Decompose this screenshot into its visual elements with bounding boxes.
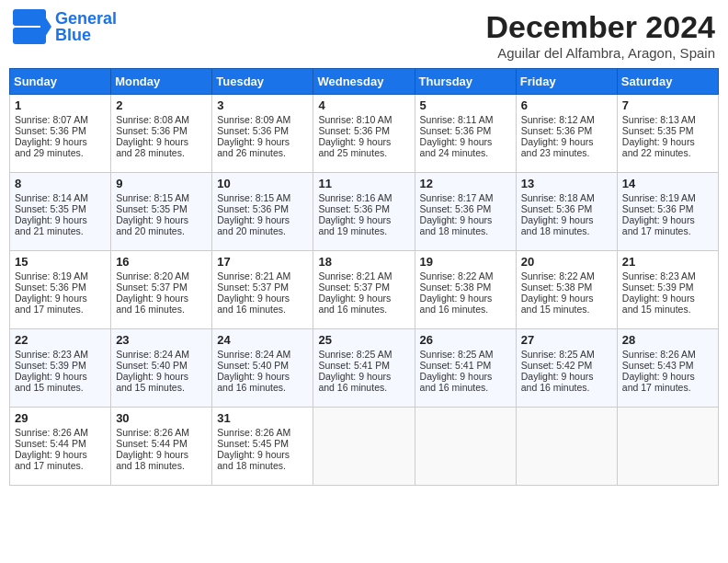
day-info-line: Sunrise: 8:21 AM xyxy=(217,270,308,282)
day-number: 12 xyxy=(420,177,511,190)
day-info-line: and 17 minutes. xyxy=(622,382,713,393)
calendar-cell: 1Sunrise: 8:07 AMSunset: 5:36 PMDaylight… xyxy=(10,95,111,173)
day-info-line: and 18 minutes. xyxy=(420,225,511,236)
calendar-cell: 7Sunrise: 8:13 AMSunset: 5:35 PMDaylight… xyxy=(617,95,718,173)
day-info-line: Daylight: 9 hours xyxy=(420,293,511,304)
calendar-cell: 31Sunrise: 8:26 AMSunset: 5:45 PMDayligh… xyxy=(212,408,313,486)
day-info-line: Sunrise: 8:24 AM xyxy=(217,349,308,360)
day-info-line: Sunset: 5:39 PM xyxy=(15,360,106,371)
day-info-line: Sunrise: 8:11 AM xyxy=(420,114,511,125)
day-info-line: Daylight: 9 hours xyxy=(420,214,511,225)
day-info-line: Sunrise: 8:23 AM xyxy=(15,349,106,360)
calendar-week-5: 29Sunrise: 8:26 AMSunset: 5:44 PMDayligh… xyxy=(10,408,719,486)
day-info-line: Sunrise: 8:26 AM xyxy=(622,349,713,360)
logo-blue-text: Blue xyxy=(55,27,117,43)
calendar-cell: 20Sunrise: 8:22 AMSunset: 5:38 PMDayligh… xyxy=(516,251,617,329)
day-number: 16 xyxy=(116,255,207,269)
day-info-line: and 20 minutes. xyxy=(116,225,207,236)
calendar-cell: 28Sunrise: 8:26 AMSunset: 5:43 PMDayligh… xyxy=(617,329,718,408)
day-number: 22 xyxy=(15,333,106,347)
day-number: 13 xyxy=(521,177,612,190)
day-info-line: Sunset: 5:38 PM xyxy=(521,282,612,293)
day-info-line: Daylight: 9 hours xyxy=(318,136,409,147)
calendar-week-1: 1Sunrise: 8:07 AMSunset: 5:36 PMDaylight… xyxy=(10,95,719,173)
day-info-line: Daylight: 9 hours xyxy=(217,371,308,382)
day-info-line: and 18 minutes. xyxy=(217,460,308,471)
day-info-line: Daylight: 9 hours xyxy=(15,293,106,304)
day-info-line: and 23 minutes. xyxy=(521,147,612,158)
day-info-line: Daylight: 9 hours xyxy=(420,136,511,147)
calendar-cell: 6Sunrise: 8:12 AMSunset: 5:36 PMDaylight… xyxy=(516,95,617,173)
day-info-line: Sunrise: 8:20 AM xyxy=(116,270,207,282)
day-info-line: Daylight: 9 hours xyxy=(15,371,106,382)
day-info-line: Sunset: 5:36 PM xyxy=(15,125,106,136)
day-info-line: Sunrise: 8:15 AM xyxy=(217,192,308,203)
calendar-cell: 30Sunrise: 8:26 AMSunset: 5:44 PMDayligh… xyxy=(111,408,212,486)
day-info-line: Daylight: 9 hours xyxy=(521,214,612,225)
day-number: 6 xyxy=(521,98,612,112)
title-area: December 2024 Aguilar del Alfambra, Arag… xyxy=(485,9,715,61)
day-info-line: Sunrise: 8:26 AM xyxy=(116,427,207,438)
day-info-line: Sunset: 5:42 PM xyxy=(521,360,612,371)
day-number: 31 xyxy=(217,411,308,425)
day-info-line: Daylight: 9 hours xyxy=(318,371,409,382)
day-info-line: Sunrise: 8:22 AM xyxy=(420,270,511,282)
day-info-line: and 18 minutes. xyxy=(116,460,207,471)
day-info-line: Sunset: 5:35 PM xyxy=(116,203,207,214)
day-info-line: Sunrise: 8:19 AM xyxy=(622,192,713,203)
day-info-line: Sunset: 5:37 PM xyxy=(318,282,409,293)
day-info-line: Sunset: 5:43 PM xyxy=(622,360,713,371)
day-info-line: Sunrise: 8:19 AM xyxy=(15,270,106,282)
calendar-cell: 5Sunrise: 8:11 AMSunset: 5:36 PMDaylight… xyxy=(415,95,516,173)
day-info-line: Daylight: 9 hours xyxy=(217,449,308,460)
day-info-line: and 19 minutes. xyxy=(318,225,409,236)
day-info-line: Daylight: 9 hours xyxy=(217,293,308,304)
day-number: 29 xyxy=(15,411,106,425)
location-label: Aguilar del Alfambra, Aragon, Spain xyxy=(485,45,715,61)
day-number: 11 xyxy=(318,177,409,190)
month-title: December 2024 xyxy=(485,9,715,45)
day-info-line: and 16 minutes. xyxy=(217,382,308,393)
day-info-line: Sunrise: 8:24 AM xyxy=(116,349,207,360)
day-info-line: and 15 minutes. xyxy=(15,382,106,393)
weekday-monday: Monday xyxy=(111,69,212,95)
day-number: 5 xyxy=(420,98,511,112)
day-info-line: Sunrise: 8:18 AM xyxy=(521,192,612,203)
calendar-cell: 27Sunrise: 8:25 AMSunset: 5:42 PMDayligh… xyxy=(516,329,617,408)
day-info-line: Sunrise: 8:15 AM xyxy=(116,192,207,203)
day-number: 1 xyxy=(15,98,106,112)
calendar-cell: 23Sunrise: 8:24 AMSunset: 5:40 PMDayligh… xyxy=(111,329,212,408)
day-number: 18 xyxy=(318,255,409,269)
calendar-cell xyxy=(516,408,617,486)
day-info-line: Sunrise: 8:26 AM xyxy=(15,427,106,438)
day-info-line: Sunset: 5:36 PM xyxy=(116,125,207,136)
day-info-line: and 17 minutes. xyxy=(622,225,713,236)
day-number: 25 xyxy=(318,333,409,347)
calendar-cell: 13Sunrise: 8:18 AMSunset: 5:36 PMDayligh… xyxy=(516,173,617,251)
day-number: 15 xyxy=(15,255,106,269)
day-info-line: and 29 minutes. xyxy=(15,147,106,158)
calendar-cell: 16Sunrise: 8:20 AMSunset: 5:37 PMDayligh… xyxy=(111,251,212,329)
day-info-line: Sunset: 5:36 PM xyxy=(15,282,106,293)
calendar-cell: 24Sunrise: 8:24 AMSunset: 5:40 PMDayligh… xyxy=(212,329,313,408)
calendar-cell: 8Sunrise: 8:14 AMSunset: 5:35 PMDaylight… xyxy=(10,173,111,251)
day-info-line: Sunrise: 8:08 AM xyxy=(116,114,207,125)
day-info-line: and 28 minutes. xyxy=(116,147,207,158)
day-info-line: Sunset: 5:45 PM xyxy=(217,438,308,449)
day-info-line: Sunset: 5:44 PM xyxy=(15,438,106,449)
calendar-cell: 19Sunrise: 8:22 AMSunset: 5:38 PMDayligh… xyxy=(415,251,516,329)
day-info-line: Sunset: 5:36 PM xyxy=(217,125,308,136)
day-info-line: Sunset: 5:36 PM xyxy=(420,125,511,136)
day-number: 23 xyxy=(116,333,207,347)
day-info-line: and 20 minutes. xyxy=(217,225,308,236)
day-info-line: and 16 minutes. xyxy=(420,304,511,315)
day-number: 10 xyxy=(217,177,308,190)
day-number: 14 xyxy=(622,177,713,190)
day-number: 17 xyxy=(217,255,308,269)
day-number: 19 xyxy=(420,255,511,269)
calendar-cell: 18Sunrise: 8:21 AMSunset: 5:37 PMDayligh… xyxy=(313,251,415,329)
day-info-line: Sunset: 5:39 PM xyxy=(622,282,713,293)
day-info-line: Daylight: 9 hours xyxy=(116,449,207,460)
day-info-line: Sunset: 5:44 PM xyxy=(116,438,207,449)
day-info-line: Sunset: 5:36 PM xyxy=(521,203,612,214)
